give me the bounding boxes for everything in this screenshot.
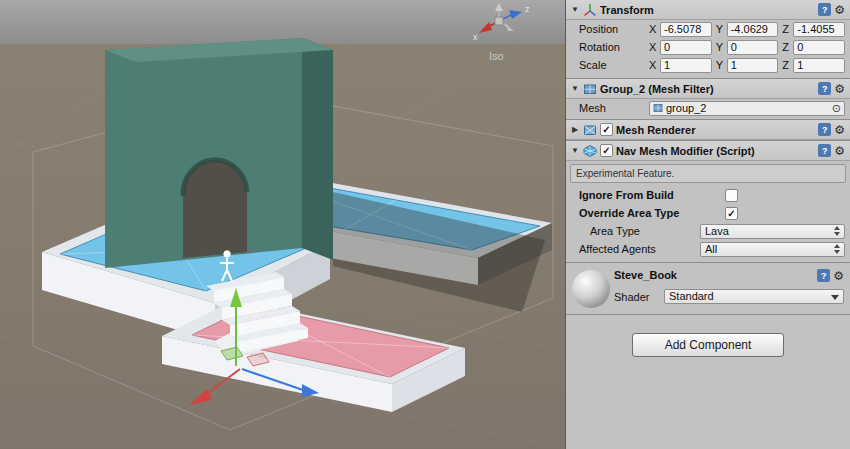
unity-editor-window: x z Iso ▼ Transform ? ⚙ Position X -6.50… (0, 0, 850, 449)
position-z-field[interactable]: -1.4055 (793, 22, 845, 37)
transform-header[interactable]: ▼ Transform ? ⚙ (566, 0, 850, 20)
affected-agents-dropdown[interactable]: All (700, 242, 845, 257)
foldout-icon[interactable]: ▶ (570, 125, 580, 134)
axis-x-label: X (649, 23, 660, 35)
axis-x-label: X (649, 41, 660, 53)
orientation-center-cube[interactable] (495, 17, 503, 25)
override-area-type-label: Override Area Type (579, 207, 725, 219)
mesh-object-field[interactable]: group_2 ⊙ (649, 101, 845, 116)
affected-agents-value: All (705, 243, 717, 255)
transform-icon (583, 3, 597, 17)
mesh-filter-header[interactable]: ▼ Group_2 (Mesh Filter) ? ⚙ (566, 79, 850, 99)
affected-agents-label: Affected Agents (579, 243, 700, 255)
gear-icon[interactable]: ⚙ (834, 124, 845, 136)
component-enabled-checkbox[interactable]: ✓ (600, 123, 613, 136)
mesh-filter-icon (583, 82, 597, 96)
help-icon[interactable]: ? (818, 82, 831, 95)
scene-canvas[interactable]: x z Iso (0, 0, 565, 449)
shader-value: Standard (669, 290, 714, 302)
material-title: Steve_Book (614, 267, 846, 281)
material-section: Steve_Book ? ⚙ Shader Standard (566, 263, 850, 315)
mesh-label: Mesh (579, 102, 649, 114)
scale-label: Scale (579, 59, 649, 71)
mesh-mini-icon (653, 103, 663, 113)
axis-y-label: Y (716, 41, 727, 53)
component-enabled-checkbox[interactable]: ✓ (600, 144, 613, 157)
help-icon[interactable]: ? (817, 269, 830, 282)
component-title: Transform (600, 4, 815, 16)
scale-row: Scale X 1 Y 1 Z 1 (566, 56, 850, 74)
axis-z-label: z (525, 4, 530, 14)
mesh-row: Mesh group_2 ⊙ (566, 99, 850, 117)
override-area-type-checkbox[interactable]: ✓ (725, 207, 738, 220)
axis-z-label: Z (782, 23, 793, 35)
axis-y-label: Y (716, 59, 727, 71)
area-type-row: Area Type Lava (566, 222, 850, 240)
axis-x-label: x (473, 32, 478, 42)
mesh-renderer-icon (583, 123, 597, 137)
component-title: Nav Mesh Modifier (Script) (616, 145, 815, 157)
position-y-field[interactable]: -4.0629 (727, 22, 779, 37)
shader-label: Shader (614, 291, 658, 303)
component-title: Group_2 (Mesh Filter) (600, 83, 815, 95)
help-icon[interactable]: ? (818, 123, 831, 136)
foldout-icon[interactable]: ▼ (570, 146, 580, 155)
affected-agents-row: Affected Agents All (566, 240, 850, 258)
help-icon[interactable]: ? (818, 3, 831, 16)
rotation-row: Rotation X 0 Y 0 Z 0 (566, 38, 850, 56)
experimental-feature-helpbox: Experimental Feature. (570, 164, 846, 183)
gear-icon[interactable]: ⚙ (834, 4, 845, 16)
rotation-z-field[interactable]: 0 (793, 40, 845, 55)
add-component-button[interactable]: Add Component (632, 333, 784, 357)
scale-z-field[interactable]: 1 (793, 58, 845, 73)
position-x-field[interactable]: -6.5078 (660, 22, 712, 37)
shader-row: Shader Standard (614, 289, 846, 304)
area-type-dropdown[interactable]: Lava (700, 224, 845, 239)
axis-z-label: Z (782, 59, 793, 71)
material-preview-sphere[interactable] (572, 270, 610, 308)
help-icon[interactable]: ? (818, 144, 831, 157)
rotation-x-field[interactable]: 0 (660, 40, 712, 55)
mesh-renderer-header[interactable]: ▶ ✓ Mesh Renderer ? ⚙ (566, 120, 850, 140)
scale-y-field[interactable]: 1 (727, 58, 779, 73)
foldout-icon[interactable]: ▼ (570, 5, 580, 14)
ignore-from-build-row: Ignore From Build (566, 186, 850, 204)
gear-icon[interactable]: ⚙ (834, 83, 845, 95)
gear-icon[interactable]: ⚙ (834, 145, 845, 157)
axis-z-label: Z (782, 41, 793, 53)
ignore-from-build-label: Ignore From Build (579, 189, 725, 201)
area-type-value: Lava (705, 225, 729, 237)
nav-mesh-modifier-icon (583, 144, 597, 158)
shader-dropdown[interactable]: Standard (664, 289, 844, 304)
foldout-icon[interactable]: ▼ (570, 84, 580, 93)
position-row: Position X -6.5078 Y -4.0629 Z -1.4055 (566, 20, 850, 38)
wall-with-arch[interactable] (105, 38, 333, 268)
projection-mode-label[interactable]: Iso (489, 50, 504, 62)
dropdown-caret-icon (831, 295, 839, 300)
scale-x-field[interactable]: 1 (660, 58, 712, 73)
rotation-y-field[interactable]: 0 (727, 40, 779, 55)
area-type-label: Area Type (590, 225, 700, 237)
axis-y-label: Y (716, 23, 727, 35)
axis-x-label: X (649, 59, 660, 71)
rotation-label: Rotation (579, 41, 649, 53)
object-picker-icon[interactable]: ⊙ (832, 103, 841, 114)
popup-caret-icon (834, 226, 841, 236)
inspector-panel: ▼ Transform ? ⚙ Position X -6.5078 Y -4.… (565, 0, 850, 449)
popup-caret-icon (834, 244, 841, 254)
component-title: Mesh Renderer (616, 124, 815, 136)
nav-mesh-modifier-header[interactable]: ▼ ✓ Nav Mesh Modifier (Script) ? ⚙ (566, 141, 850, 161)
scene-view[interactable]: x z Iso (0, 0, 565, 449)
mesh-object-value: group_2 (666, 102, 829, 114)
override-area-type-row: Override Area Type ✓ (566, 204, 850, 222)
gear-icon[interactable]: ⚙ (833, 270, 844, 282)
position-label: Position (579, 23, 649, 35)
ignore-from-build-checkbox[interactable] (725, 189, 738, 202)
